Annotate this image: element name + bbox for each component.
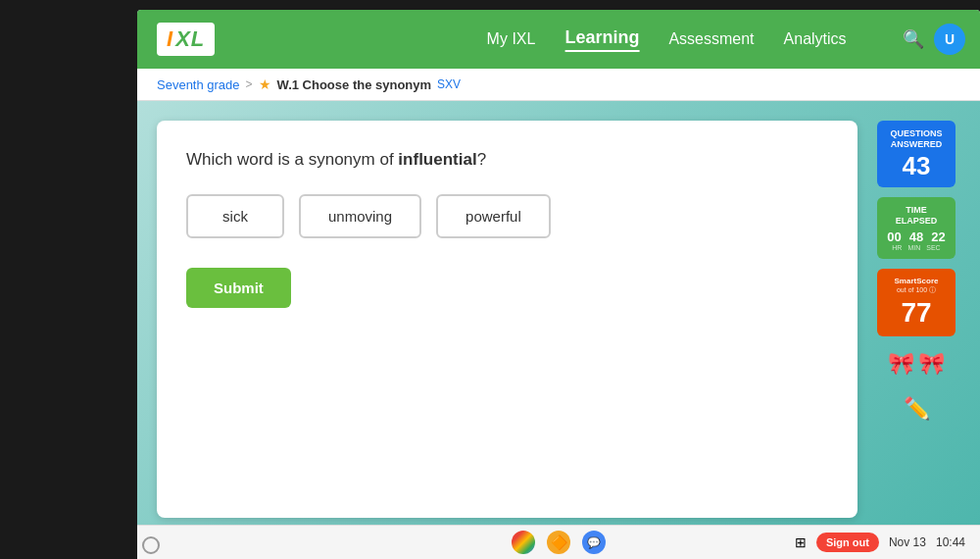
smart-score-label: SmartScore <box>887 277 946 286</box>
screen: IXL My IXL Learning Assessment Analytics… <box>137 10 980 544</box>
time-digits: 00 48 22 <box>887 229 946 244</box>
questions-answered-box: Questions answered 43 <box>877 121 956 187</box>
user-avatar[interactable]: U <box>934 24 965 55</box>
questions-answered-label: Questions answered <box>887 128 946 150</box>
chrome-icon[interactable] <box>512 531 535 554</box>
question-panel: Which word is a synonym of influential? … <box>157 121 858 518</box>
time-unit-sec: SEC <box>926 244 940 251</box>
breadcrumb-grade-link[interactable]: Seventh grade <box>157 77 240 92</box>
taskbar-time: 10:44 <box>936 535 965 549</box>
time-secs: 22 <box>931 229 945 244</box>
nav-learning[interactable]: Learning <box>564 27 639 52</box>
breadcrumb-separator: > <box>246 77 253 91</box>
ixl-logo[interactable]: IXL <box>157 23 215 56</box>
taskbar-date: Nov 13 <box>889 535 926 549</box>
question-suffix: ? <box>477 150 486 169</box>
time-unit-hr: HR <box>892 244 902 251</box>
search-button[interactable]: 🔍 <box>903 28 924 50</box>
sign-out-button[interactable]: Sign out <box>816 533 879 552</box>
top-navigation: IXL My IXL Learning Assessment Analytics… <box>137 10 980 69</box>
answer-option-powerful[interactable]: powerful <box>436 194 551 238</box>
pencil-icon[interactable]: ✏️ <box>904 396 930 422</box>
submit-button[interactable]: Submit <box>186 268 291 308</box>
taskbar-icon-3[interactable]: 💬 <box>582 531 606 554</box>
taskbar: 🔶 💬 ⊞ Sign out Nov 13 10:44 <box>137 525 980 559</box>
taskbar-icon-settings[interactable]: ⊞ <box>795 534 807 550</box>
answer-option-unmoving[interactable]: unmoving <box>299 194 421 238</box>
time-unit-min: MIN <box>907 244 920 251</box>
award-ribbon-2: 🎀 <box>918 351 945 377</box>
time-hours: 00 <box>887 229 901 244</box>
nav-links: My IXL Learning Assessment Analytics <box>487 27 847 52</box>
time-unit-labels: HR MIN SEC <box>887 244 946 251</box>
award-ribbon-1: 🎀 <box>888 351 914 377</box>
right-sidebar: Questions answered 43 Time elapsed 00 48… <box>872 121 960 518</box>
awards-area: 🎀 🎀 <box>888 351 945 377</box>
main-content: Which word is a synonym of influential? … <box>137 101 980 537</box>
smart-score-box: SmartScore out of 100 ⓘ 77 <box>877 269 956 337</box>
smart-score-value: 77 <box>887 297 946 329</box>
taskbar-right: ⊞ Sign out Nov 13 10:44 <box>795 533 965 552</box>
bottom-circle-button[interactable] <box>142 536 160 554</box>
breadcrumb-code: SXV <box>437 77 461 91</box>
time-elapsed-box: Time elapsed 00 48 22 HR MIN SEC <box>877 197 956 259</box>
question-word: influential <box>398 150 476 169</box>
nav-assessment[interactable]: Assessment <box>668 30 754 48</box>
answer-option-sick[interactable]: sick <box>186 194 284 238</box>
questions-answered-value: 43 <box>887 152 946 180</box>
question-text: Which word is a synonym of influential? <box>186 150 828 170</box>
time-mins: 48 <box>909 229 923 244</box>
taskbar-icon-2[interactable]: 🔶 <box>547 531 570 554</box>
time-elapsed-label: Time elapsed <box>887 205 946 227</box>
nav-myixl[interactable]: My IXL <box>487 30 536 48</box>
nav-right: 🔍 U <box>903 24 965 55</box>
smart-score-sub: out of 100 ⓘ <box>887 285 946 295</box>
logo-xl: XL <box>175 26 205 52</box>
logo-i: I <box>167 26 173 52</box>
answer-options: sick unmoving powerful <box>186 194 828 238</box>
breadcrumb-star-icon: ★ <box>259 76 271 92</box>
breadcrumb-skill: W.1 Choose the synonym <box>277 77 431 92</box>
nav-analytics[interactable]: Analytics <box>784 30 847 48</box>
taskbar-app-icons: 🔶 💬 <box>512 531 606 554</box>
question-prefix: Which word is a synonym of <box>186 150 398 169</box>
breadcrumb: Seventh grade > ★ W.1 Choose the synonym… <box>137 69 980 101</box>
